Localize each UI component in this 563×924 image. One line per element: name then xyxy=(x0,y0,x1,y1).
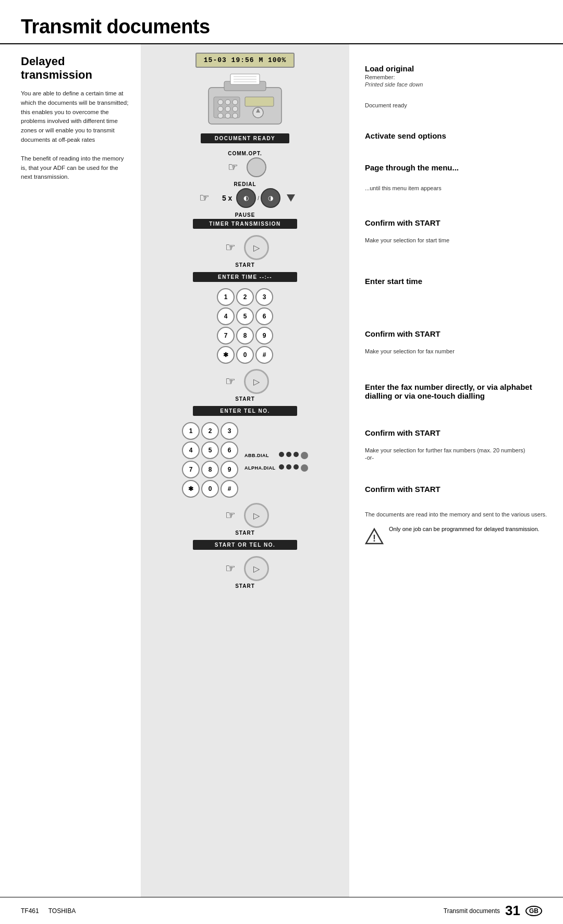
start-label-1: START xyxy=(151,262,339,268)
key-0[interactable]: 0 xyxy=(236,346,254,364)
svg-point-8 xyxy=(218,100,223,105)
right-item-docs-memory: The documents are read into the memory a… xyxy=(365,511,547,519)
alpha-dial-dots xyxy=(279,464,308,472)
start-button-3[interactable]: ▷ xyxy=(244,503,269,528)
right-item-enter-time: Enter start time xyxy=(365,273,547,287)
enter-time-bar: ENTER TIME --:-- xyxy=(193,272,297,282)
activate-send-heading: Activate send options xyxy=(365,131,547,140)
redial-block: REDIAL ☞ 5 x ◐ / ◑ xyxy=(151,181,339,210)
dot-big-1 xyxy=(301,452,308,459)
keypad-dial-block: 1 2 3 4 5 6 7 8 9 ✱ 0 # xyxy=(151,422,339,501)
further-fax-or: -or- xyxy=(365,454,547,461)
footer-right: Transmit documents 31 GB xyxy=(444,903,542,919)
page-title: Transmit documents xyxy=(0,0,563,44)
confirm-start-2-heading: Confirm with START xyxy=(365,329,547,338)
warning-text: Only one job can be programmed for delay… xyxy=(389,525,540,534)
key-6[interactable]: 6 xyxy=(255,307,273,325)
finger-icon-1: ☞ xyxy=(224,161,242,174)
key2-hash[interactable]: # xyxy=(221,480,238,498)
start-tel-bar: START OR TEL NO. xyxy=(193,540,297,550)
down-arrow xyxy=(287,194,295,202)
key-3[interactable]: 3 xyxy=(255,288,273,306)
right-item-page-through: Page through the menu... xyxy=(365,159,547,173)
key-2[interactable]: 2 xyxy=(236,288,254,306)
confirm-start-1-heading: Confirm with START xyxy=(365,218,547,227)
dot-6 xyxy=(293,464,299,470)
right-item-confirm-3: Confirm with START xyxy=(365,424,547,438)
right-item-doc-ready: Document ready xyxy=(365,102,547,109)
svg-point-13 xyxy=(232,106,238,112)
finger-icon-6: ☞ xyxy=(221,562,240,575)
load-original-note: Printed side face down xyxy=(365,81,547,88)
key2-0[interactable]: 0 xyxy=(201,480,219,498)
docs-memory-sub: The documents are read into the memory a… xyxy=(365,511,547,518)
key2-2[interactable]: 2 xyxy=(201,422,219,440)
key2-star[interactable]: ✱ xyxy=(182,480,200,498)
document-ready-bar: DOCUMENT READY xyxy=(201,133,289,143)
key2-8[interactable]: 8 xyxy=(201,461,219,478)
load-original-heading: Load original xyxy=(365,64,547,73)
key-4[interactable]: 4 xyxy=(217,307,235,325)
key-5[interactable]: 5 xyxy=(236,307,254,325)
svg-point-15 xyxy=(225,113,230,118)
abb-dial-label: ABB.DIAL xyxy=(244,453,276,458)
description: You are able to define a certain time at… xyxy=(21,89,130,182)
start-label-4: START xyxy=(151,583,339,589)
enter-tel-block: ENTER TEL NO. xyxy=(151,406,339,420)
start-button-2[interactable]: ▷ xyxy=(244,369,269,394)
footer-left: TF461 TOSHIBA xyxy=(21,907,76,915)
timer-transmission-bar: TIMER TRANSMISSION xyxy=(193,219,297,229)
keypad-1-block: 1 2 3 4 5 6 7 8 9 ✱ 0 # xyxy=(151,288,339,367)
document-ready-block: DOCUMENT READY xyxy=(151,133,339,149)
key2-7[interactable]: 7 xyxy=(182,461,200,478)
start-button-1[interactable]: ▷ xyxy=(244,235,269,260)
svg-point-11 xyxy=(218,106,223,112)
start-block-2: ☞ ▷ START xyxy=(151,369,339,404)
dial-column: ABB.DIAL ALPHA.DIAL xyxy=(244,452,308,472)
keypad-1: 1 2 3 4 5 6 7 8 9 ✱ 0 # xyxy=(217,288,273,364)
key-8[interactable]: 8 xyxy=(236,327,254,344)
key-hash[interactable]: # xyxy=(255,346,273,364)
key2-1[interactable]: 1 xyxy=(182,422,200,440)
load-original-sub: Remember: xyxy=(365,74,547,80)
footer-badge: GB xyxy=(525,906,542,916)
scroll-button-2[interactable]: ◑ xyxy=(261,188,280,208)
page-through-heading: Page through the menu... xyxy=(365,163,547,172)
key-1[interactable]: 1 xyxy=(217,288,235,306)
svg-point-14 xyxy=(218,113,223,118)
footer-page-number: 31 xyxy=(505,903,520,919)
key2-5[interactable]: 5 xyxy=(201,441,219,459)
right-item-enter-fax: Enter the fax number directly, or via al… xyxy=(365,378,547,401)
key2-6[interactable]: 6 xyxy=(221,441,238,459)
finger-icon-3: ☞ xyxy=(221,241,240,254)
key2-4[interactable]: 4 xyxy=(182,441,200,459)
content-area: Delayed transmission You are able to def… xyxy=(0,44,563,897)
right-item-confirm-4: Confirm with START xyxy=(365,481,547,495)
alpha-dial-label: ALPHA.DIAL xyxy=(244,465,276,471)
start-label-2: START xyxy=(151,396,339,402)
start-block-4: ☞ ▷ START xyxy=(151,556,339,591)
comm-opt-button[interactable] xyxy=(247,157,266,177)
right-item-confirm-1: Confirm with START xyxy=(365,214,547,228)
footer-brand: TOSHIBA xyxy=(48,907,76,915)
start-block-3: ☞ ▷ START xyxy=(151,503,339,538)
start-button-4[interactable]: ▷ xyxy=(244,556,269,581)
dot-2 xyxy=(286,452,291,457)
key-star[interactable]: ✱ xyxy=(217,346,235,364)
key2-9[interactable]: 9 xyxy=(221,461,238,478)
key-7[interactable]: 7 xyxy=(217,327,235,344)
further-fax-sub: Make your selection for further fax numb… xyxy=(365,447,547,453)
start-block-1: ☞ ▷ START xyxy=(151,235,339,270)
key2-3[interactable]: 3 xyxy=(221,422,238,440)
enter-time-block: ENTER TIME --:-- xyxy=(151,272,339,286)
right-item-further-fax: Make your selection for further fax numb… xyxy=(365,447,547,462)
finger-icon-2: ☞ xyxy=(195,191,214,205)
dot-4 xyxy=(279,464,284,470)
five-x-label: 5 x xyxy=(222,194,232,202)
scroll-button[interactable]: ◐ xyxy=(236,188,256,208)
key-9[interactable]: 9 xyxy=(255,327,273,344)
start-or-tel-block: START OR TEL NO. xyxy=(151,540,339,554)
section-title: Delayed transmission xyxy=(21,55,130,82)
warning-triangle-icon: ! xyxy=(365,527,384,546)
pause-label: PAUSE xyxy=(151,212,339,218)
